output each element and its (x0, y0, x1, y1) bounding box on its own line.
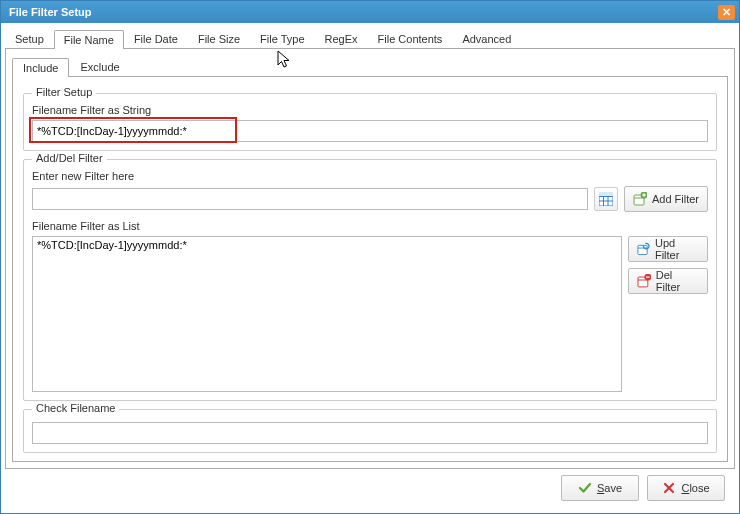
save-button[interactable]: Save (561, 475, 639, 501)
main-tabpanel: Include Exclude Filter Setup Filename Fi… (5, 49, 735, 469)
group-label-filter-setup: Filter Setup (32, 86, 96, 98)
list-item[interactable]: *%TCD:[IncDay-1]yyyymmdd:* (37, 239, 617, 251)
input-check-filename[interactable] (32, 422, 708, 444)
upd-filter-label: Upd Filter (655, 237, 699, 261)
label-filter-as-list: Filename Filter as List (32, 220, 708, 232)
close-icon: ✕ (722, 7, 731, 18)
footer-buttons: Save Close (5, 469, 735, 509)
add-icon (633, 192, 647, 206)
save-button-label: Save (597, 482, 622, 494)
browse-filter-button[interactable] (594, 187, 618, 211)
subtab-include[interactable]: Include (12, 58, 69, 77)
del-icon (637, 274, 651, 288)
tab-regex[interactable]: RegEx (315, 29, 368, 48)
close-button-label: Close (681, 482, 709, 494)
svg-rect-5 (599, 192, 613, 196)
main-tabstrip: Setup File Name File Date File Size File… (5, 27, 735, 49)
x-icon (662, 481, 676, 495)
listbox-filters[interactable]: *%TCD:[IncDay-1]yyyymmdd:* (32, 236, 622, 392)
window-title: File Filter Setup (5, 6, 718, 18)
tab-setup[interactable]: Setup (5, 29, 54, 48)
dialog-window: File Filter Setup ✕ Setup File Name File… (0, 0, 740, 514)
tab-file-size[interactable]: File Size (188, 29, 250, 48)
del-filter-button[interactable]: Del Filter (628, 268, 708, 294)
grid-icon (599, 192, 613, 206)
tab-file-type[interactable]: File Type (250, 29, 314, 48)
input-filter-as-string-full[interactable] (32, 120, 708, 142)
tab-file-date[interactable]: File Date (124, 29, 188, 48)
group-filter-setup: Filter Setup Filename Filter as String (23, 93, 717, 151)
check-icon (578, 481, 592, 495)
upd-filter-button[interactable]: Upd Filter (628, 236, 708, 262)
sub-tabstrip: Include Exclude (12, 55, 728, 77)
upd-icon (637, 242, 650, 256)
tab-file-name[interactable]: File Name (54, 30, 124, 49)
content-area: Setup File Name File Date File Size File… (1, 23, 739, 513)
subtab-exclude[interactable]: Exclude (69, 57, 130, 76)
label-filter-as-string: Filename Filter as String (32, 104, 708, 116)
group-label-add-del: Add/Del Filter (32, 152, 107, 164)
add-filter-button[interactable]: Add Filter (624, 186, 708, 212)
tab-advanced[interactable]: Advanced (452, 29, 521, 48)
del-filter-label: Del Filter (656, 269, 699, 293)
input-new-filter[interactable] (32, 188, 588, 210)
group-check-filename: Check Filename (23, 409, 717, 453)
sub-tabpanel: Filter Setup Filename Filter as String A… (12, 77, 728, 462)
titlebar: File Filter Setup ✕ (1, 1, 739, 23)
close-button[interactable]: Close (647, 475, 725, 501)
group-label-check-filename: Check Filename (32, 402, 119, 414)
label-enter-new-filter: Enter new Filter here (32, 170, 708, 182)
tab-file-contents[interactable]: File Contents (368, 29, 453, 48)
svg-rect-11 (638, 245, 647, 254)
group-add-del-filter: Add/Del Filter Enter new Filter here (23, 159, 717, 401)
add-filter-label: Add Filter (652, 193, 699, 205)
window-close-button[interactable]: ✕ (718, 5, 735, 20)
